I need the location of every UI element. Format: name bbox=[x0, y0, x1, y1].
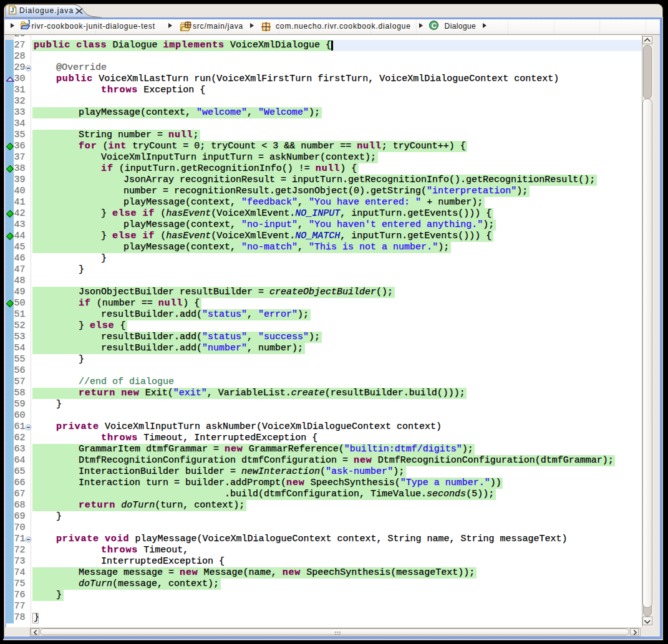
svg-text:J: J bbox=[10, 6, 14, 14]
svg-text:J: J bbox=[27, 20, 31, 26]
